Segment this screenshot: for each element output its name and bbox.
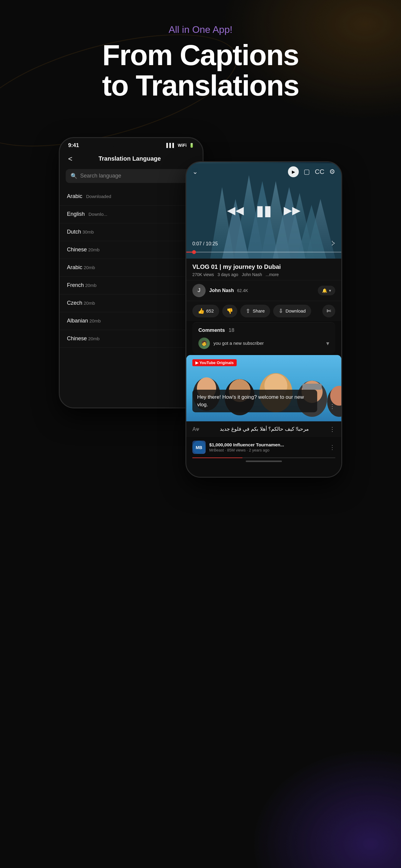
- chevron-down-icon[interactable]: ⌄: [192, 168, 198, 176]
- phone-video: ⌄ ▶ ▢ CC ⚙ ◀◀ ▮▮ ▶▶ 0:07 / 10:25: [185, 161, 342, 478]
- play-mini-icon[interactable]: ▶: [288, 166, 299, 177]
- lang-item-chinese-2[interactable]: Chinese 20mb: [60, 330, 203, 348]
- lang-name: Czech: [67, 300, 82, 306]
- skip-back-icon[interactable]: ◀◀: [227, 204, 244, 217]
- grid-icon[interactable]: ⋮: [329, 403, 335, 410]
- lang-item-dutch[interactable]: Dutch 30mb: [60, 223, 203, 241]
- video-options-icon[interactable]: ⋮: [329, 444, 335, 451]
- wifi-icon: WiFi: [178, 143, 187, 148]
- video-progress-fill: [186, 252, 194, 253]
- search-bar[interactable]: 🔍 Search language: [66, 169, 196, 183]
- bell-icon: 🔔: [322, 288, 327, 293]
- video-player[interactable]: ⌄ ▶ ▢ CC ⚙ ◀◀ ▮▮ ▶▶ 0:07 / 10:25: [186, 162, 341, 258]
- clip-button[interactable]: ✄: [322, 305, 335, 317]
- arabic-subtitle-text: مرحبا! كيف حالكم؟ أهلا بكم في فلوغ جديد: [220, 426, 309, 432]
- download-button[interactable]: ⇩ Download: [273, 305, 311, 317]
- back-button[interactable]: <: [67, 153, 76, 164]
- comment-item[interactable]: 🧑 you got a new subscriber ▾: [198, 338, 329, 349]
- next-video-section: ▶ YouTube Originals Hey there! How's it …: [186, 355, 341, 458]
- like-button[interactable]: 👍 652: [192, 305, 219, 317]
- dislike-button[interactable]: 👎: [222, 305, 237, 317]
- phones-container: 9:41 ▌▌▌ WiFi 🔋 < Translation Language 🔍…: [0, 113, 401, 502]
- notify-area: 🔔 ▾: [318, 286, 335, 296]
- lang-name: Arabic: [67, 264, 82, 270]
- watch-progress-fill: [192, 458, 242, 458]
- comments-header: Comments 18: [198, 327, 329, 333]
- tagline: All in One App!: [12, 24, 389, 35]
- commenter-avatar: 🧑: [198, 338, 210, 349]
- video-meta: 270K views 3 days ago John Nash ...more: [192, 272, 335, 277]
- comment-text: you got a new subscriber: [213, 341, 322, 346]
- thumbs-down-icon: 👎: [226, 308, 233, 314]
- more-button[interactable]: ...more: [266, 272, 279, 277]
- pause-icon[interactable]: ▮▮: [256, 202, 272, 219]
- comments-section: Comments 18 🧑 you got a new subscriber ▾: [192, 322, 335, 354]
- svg-rect-19: [302, 384, 322, 390]
- signal-icon: ▌▌▌: [166, 143, 176, 148]
- lang-item-arabic-2[interactable]: Arabic 20mb: [60, 259, 203, 277]
- lang-size: 20mb: [85, 283, 96, 288]
- svg-text:MB: MB: [196, 445, 202, 450]
- english-subtitle: Hey there! How's it going? welcome to ou…: [192, 390, 317, 412]
- notify-button[interactable]: 🔔 ▾: [318, 286, 335, 296]
- video-info-section: VLOG 01 | my journey to Dubai 270K views…: [186, 258, 341, 280]
- search-placeholder: Search language: [80, 173, 121, 179]
- thumbs-up-icon: 👍: [198, 308, 205, 314]
- comment-expand-icon[interactable]: ▾: [326, 340, 329, 347]
- translation-header: < Translation Language: [60, 150, 203, 169]
- header-section: All in One App! From Captions to Transla…: [0, 0, 401, 113]
- lang-size: 20mb: [90, 318, 101, 323]
- video-center-controls: ◀◀ ▮▮ ▶▶: [227, 202, 301, 219]
- action-buttons-row: 👍 652 👎 ⇧ Share ⇩ Download ✄: [186, 301, 341, 321]
- lang-name: French: [67, 282, 84, 288]
- status-time: 9:41: [68, 142, 79, 149]
- lang-name: Chinese: [67, 336, 87, 341]
- next-video-thumbnail[interactable]: ▶ YouTube Originals Hey there! How's it …: [186, 355, 341, 421]
- share-button[interactable]: ⇧ Share: [240, 305, 270, 317]
- skip-forward-icon[interactable]: ▶▶: [284, 204, 301, 217]
- yt-originals-badge: ▶ YouTube Originals: [192, 359, 237, 366]
- more-options-icon[interactable]: ⋮: [329, 426, 335, 433]
- channel-name[interactable]: John Nash: [209, 288, 234, 293]
- lang-name: English: [67, 211, 85, 217]
- subtitles-icon[interactable]: CC: [315, 168, 325, 176]
- recommended-thumbnail: MB: [192, 441, 206, 454]
- lang-item-czech[interactable]: Czech 20mb: [60, 294, 203, 312]
- translate-icon: Aᴪ: [192, 426, 199, 433]
- lang-name: Dutch: [67, 229, 81, 235]
- like-count: 652: [206, 308, 214, 313]
- channel-avatar: J: [192, 284, 206, 297]
- title-line1: From Captions: [102, 39, 299, 71]
- recommended-video-item[interactable]: MB $1,000,000 Influencer Tournamen... Mr…: [186, 437, 341, 458]
- fullscreen-icon[interactable]: ⧽: [332, 240, 335, 248]
- video-progress-bar[interactable]: [186, 252, 341, 253]
- lang-name: Arabic: [67, 193, 82, 199]
- scissors-icon: ✄: [327, 308, 331, 314]
- cast-icon[interactable]: ▢: [304, 168, 310, 176]
- comments-label: Comments: [198, 327, 225, 333]
- main-title: From Captions to Translations: [12, 40, 389, 101]
- lang-item-french[interactable]: French 20mb: [60, 277, 203, 294]
- download-icon: ⇩: [279, 308, 283, 314]
- phone-translation: 9:41 ▌▌▌ WiFi 🔋 < Translation Language 🔍…: [59, 137, 204, 408]
- lang-size: 20mb: [88, 336, 100, 341]
- battery-icon: 🔋: [189, 143, 194, 148]
- lang-item-chinese-1[interactable]: Chinese 20mb: [60, 241, 203, 259]
- yt-logo: ▶: [195, 361, 198, 365]
- recommended-title: $1,000,000 Influencer Tournamen...: [209, 442, 326, 447]
- lang-size: 20mb: [84, 301, 95, 306]
- comments-count: 18: [228, 327, 234, 333]
- progress-scrubber[interactable]: [192, 250, 196, 254]
- phone-notch: [110, 138, 152, 147]
- search-icon: 🔍: [70, 173, 77, 179]
- video-top-controls: ⌄ ▶ ▢ CC ⚙: [186, 162, 341, 181]
- lang-item-arabic-downloaded[interactable]: Arabic Downloaded: [60, 188, 203, 206]
- lang-size: 20mb: [88, 247, 100, 252]
- lang-size: 30mb: [82, 229, 94, 235]
- home-indicator[interactable]: [246, 461, 282, 462]
- lang-item-albanian[interactable]: Albanian 20mb: [60, 312, 203, 330]
- settings-icon[interactable]: ⚙: [329, 168, 335, 176]
- recommended-channel: MrBeast · 85M views · 2 years ago: [209, 448, 326, 453]
- mrbeast-icon: MB: [192, 441, 206, 454]
- lang-item-english[interactable]: English Downlo...: [60, 206, 203, 223]
